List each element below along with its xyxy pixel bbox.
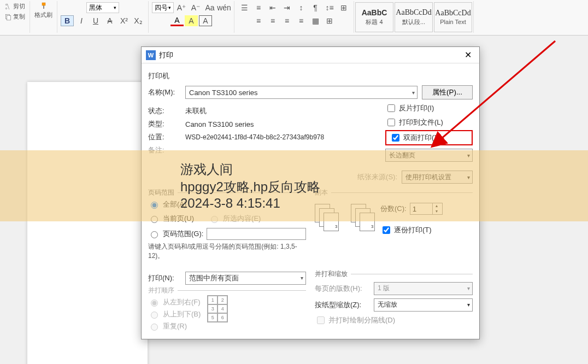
align-left-button[interactable]: ≡ (252, 15, 265, 26)
range-hint: 请键入页码和/或用逗号分隔的页码范围(例如: 1,3,5-12)。 (148, 242, 306, 261)
close-icon[interactable]: ✕ (461, 50, 475, 60)
range-pages-radio[interactable]: 页码范围(G): (148, 228, 306, 240)
cut-button[interactable]: 剪切 (2, 1, 27, 11)
status-label: 状态: (148, 106, 181, 116)
phonetic-button[interactable]: wén (217, 2, 231, 13)
printer-select[interactable]: Canon TS3100 series▾ (185, 86, 418, 99)
dialog-title: 打印 (159, 50, 173, 60)
printer-section-label: 打印机 (148, 71, 473, 81)
print-what-label: 打印(N): (148, 273, 181, 283)
name-label: 名称(M): (148, 87, 181, 97)
order-preview: 12 34 56 (207, 295, 228, 322)
location-label: 位置: (148, 132, 181, 142)
perpage-label: 每页的版数(H): (315, 284, 369, 293)
indent-dec-button[interactable]: ⇤ (266, 2, 279, 13)
scale-label: 按纸型缩放(Z): (315, 300, 369, 310)
copy-button[interactable]: 复制 (2, 11, 27, 22)
watermark-banner: 游戏人间 hpggy2攻略,hp反向攻略 2024-3-8 4:15:41 (0, 150, 588, 221)
style-plaintext[interactable]: AaBbCcDdPlain Text (434, 2, 472, 32)
line-spacing-button[interactable]: ↕≡ (323, 2, 336, 13)
font-size-select[interactable]: 四号▾ (152, 2, 174, 13)
perpage-select: 1 版▾ (374, 282, 473, 295)
app-icon: W (146, 50, 156, 60)
scale-select[interactable]: 无缩放▾ (374, 298, 473, 312)
tabs-button[interactable]: ⊞ (337, 2, 350, 13)
location-value: WSD-e2e02441-1f8d-474b-b8c2-27343af9b978 (185, 133, 324, 141)
number-list-button[interactable]: ≡ (252, 2, 265, 13)
order-repeat-radio: 重复(R) (148, 321, 201, 331)
collate-checkbox[interactable]: 逐份打印(T) (380, 225, 443, 236)
type-value: Canon TS3100 series (185, 120, 254, 128)
bold-button[interactable]: B (61, 15, 74, 26)
print-to-file-checkbox[interactable]: 打印到文件(L) (385, 117, 473, 128)
svg-rect-1 (7, 15, 11, 20)
subscript-button[interactable]: X₂ (132, 15, 145, 26)
superscript-button[interactable]: X² (117, 15, 131, 26)
italic-button[interactable]: I (75, 15, 88, 26)
style-default[interactable]: AaBbCcDd默认段... (395, 2, 433, 32)
duplex-checkbox[interactable]: 双面打印(X) (385, 130, 473, 145)
underline-button[interactable]: U (89, 15, 102, 26)
align-right-button[interactable]: ≡ (280, 15, 293, 26)
ribbon-toolbar: 剪切 复制 格式刷 黑体▾ B I U A X² X₂ 四号▾ A⁺ A⁻ Aa… (0, 0, 588, 36)
banner-line1: 游戏人间 (180, 161, 588, 178)
shading-button[interactable]: ▦ (309, 15, 322, 26)
type-label: 类型: (148, 119, 181, 129)
page-preview (27, 82, 148, 364)
show-marks-button[interactable]: ¶ (309, 2, 322, 13)
pages-input (207, 228, 306, 240)
banner-line3: 2024-3-8 4:15:41 (180, 196, 588, 211)
format-brush-button[interactable]: 格式刷 (32, 1, 55, 20)
svg-rect-3 (43, 5, 44, 9)
grow-font-button[interactable]: A⁺ (175, 2, 188, 13)
banner-line2: hpggy2攻略,hp反向攻略 (180, 178, 588, 196)
print-what-select[interactable]: 范围中所有页面▾ (185, 272, 306, 285)
align-justify-button[interactable]: ≡ (295, 15, 308, 26)
font-color-button[interactable]: A (170, 15, 184, 26)
char-border-button[interactable]: A (199, 15, 212, 26)
align-center-button[interactable]: ≡ (266, 15, 279, 26)
dialog-titlebar: W 打印 ✕ (142, 47, 479, 63)
font-name-select[interactable]: 黑体▾ (86, 2, 119, 13)
sort-button[interactable]: ↕ (295, 2, 308, 13)
order-tb-radio: 从上到下(B) (148, 309, 201, 319)
properties-button[interactable]: 属性(P)... (422, 85, 473, 99)
order-lr-radio: 从左到右(F) (148, 297, 201, 307)
change-case-button[interactable]: Aa (203, 2, 216, 13)
scale-section-label: 并打和缩放 (315, 269, 351, 279)
svg-rect-2 (42, 3, 45, 5)
highlight-button[interactable]: A (185, 15, 198, 26)
indent-inc-button[interactable]: ⇥ (280, 2, 293, 13)
order-section-label: 并打顺序 (148, 286, 178, 295)
strike-button[interactable]: A (103, 15, 116, 26)
mirror-checkbox[interactable]: 反片打印(I) (385, 103, 473, 114)
separator-checkbox: 并打时绘制分隔线(D) (315, 315, 473, 326)
shrink-font-button[interactable]: A⁻ (189, 2, 202, 13)
bullet-list-button[interactable]: ☰ (238, 2, 251, 13)
borders-button[interactable]: ⊞ (323, 15, 336, 26)
status-value: 未联机 (185, 106, 207, 116)
style-heading4[interactable]: AaBbC标题 4 (355, 2, 393, 32)
